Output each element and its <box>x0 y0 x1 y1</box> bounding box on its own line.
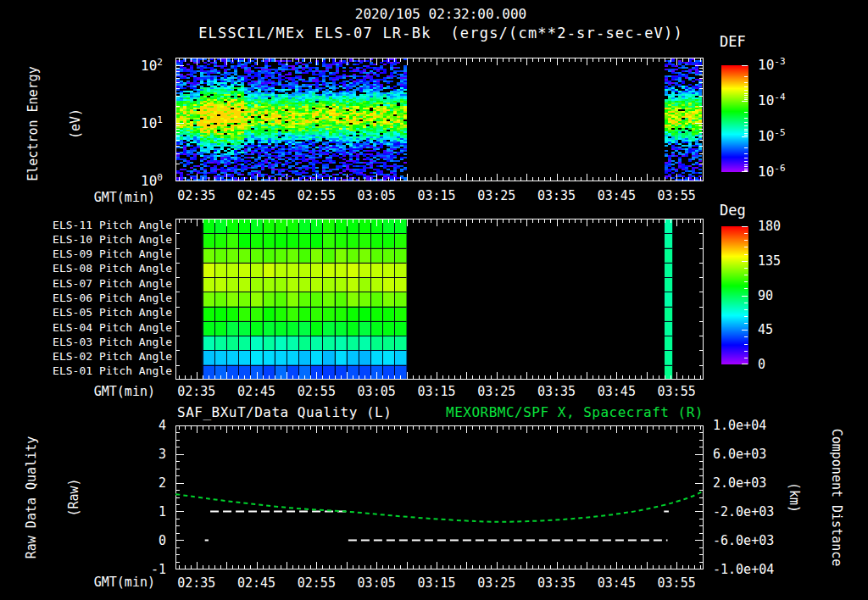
energy-ytick-label-exp: 0 <box>157 172 163 183</box>
pitch-angle-canvas <box>175 219 704 380</box>
def-colorbar-tick-label-base: 10 <box>758 57 774 73</box>
spacecraft-series-title: MEXORBMC/SPF X, Spacecraft (R) <box>446 405 704 420</box>
timestamp-title: 2020/105 02:32:00.000 <box>355 7 526 22</box>
energy-ytick-label: 101 <box>141 115 163 131</box>
quality-axis-label-line2: (Raw) <box>67 436 81 559</box>
distance-axis-label-line2: (km) <box>787 429 802 567</box>
x-tick-label-p1: 02:45 <box>231 189 282 203</box>
x-tick-label-p3: 03:05 <box>351 576 402 591</box>
x-tick-label-p1: 03:25 <box>471 189 522 203</box>
energy-ytick-label-exp: 2 <box>157 57 163 68</box>
def-colorbar-tick-label: 10-5 <box>758 128 786 144</box>
x-tick-label-p2: 03:35 <box>531 385 582 399</box>
energy-ytick-label-exp: 1 <box>157 114 163 125</box>
quality-ytick-label: 1 <box>136 505 166 519</box>
deg-colorbar-tick-label: 90 <box>758 289 792 303</box>
x-tick-label-p1: 03:55 <box>651 189 702 203</box>
distance-ytick-label: 1.0e+04 <box>713 419 789 433</box>
def-colorbar-tick-label: 10-4 <box>758 92 786 108</box>
quality-distance-canvas <box>175 425 704 569</box>
pitch-row-label: ELS-07 Pitch Angle <box>51 278 172 290</box>
deg-colorbar-canvas <box>721 226 748 364</box>
x-tick-label-p2: 03:05 <box>351 385 402 399</box>
distance-ytick-label: -1.0e+04 <box>713 563 789 577</box>
pitch-row-label: ELS-08 Pitch Angle <box>51 263 172 275</box>
quality-ytick-label: 4 <box>136 419 166 433</box>
x-tick-label-p2: 02:45 <box>231 385 282 399</box>
def-colorbar-tick-label-base: 10 <box>758 92 774 108</box>
energy-axis-label-line2: (eV) <box>69 66 83 181</box>
gmt-label-panel2: GMT(min) <box>93 385 155 399</box>
deg-colorbar-tick-label: 135 <box>758 254 792 269</box>
pitch-row-label: ELS-03 Pitch Angle <box>51 336 172 348</box>
def-colorbar-tick-label: 10-3 <box>758 57 786 73</box>
energy-ytick-label-base: 10 <box>141 58 157 74</box>
energy-ytick-label-base: 10 <box>141 115 157 131</box>
quality-ytick-label: 2 <box>136 476 166 491</box>
plot-figure: 2020/105 02:32:00.000 ELSSCIL/MEx ELS-07… <box>0 0 868 600</box>
quality-ytick-label: 3 <box>136 447 166 462</box>
pitch-row-label: ELS-05 Pitch Angle <box>51 307 172 319</box>
distance-ytick-label: -2.0e+03 <box>713 505 789 519</box>
pitch-row-label: ELS-10 Pitch Angle <box>51 234 172 246</box>
x-tick-label-p3: 02:45 <box>231 576 282 591</box>
deg-colorbar-tick-label: 45 <box>758 323 792 337</box>
x-tick-label-p1: 02:35 <box>171 189 222 203</box>
def-colorbar-tick-label-base: 10 <box>758 164 774 180</box>
gmt-label-panel3: GMT(min) <box>93 575 155 590</box>
pitch-row-label: ELS-06 Pitch Angle <box>51 292 172 304</box>
x-tick-label-p3: 03:45 <box>591 576 642 591</box>
def-colorbar-canvas <box>721 65 748 172</box>
main-title: ELSSCIL/MEx ELS-07 LR-Bk (ergs/(cm**2-sr… <box>198 25 683 42</box>
pitch-row-label: ELS-02 Pitch Angle <box>51 351 172 363</box>
pitch-row-label: ELS-11 Pitch Angle <box>51 219 172 231</box>
x-tick-label-p3: 02:55 <box>291 576 342 591</box>
x-tick-label-p2: 03:55 <box>651 385 702 399</box>
x-tick-label-p2: 03:25 <box>471 385 522 399</box>
gmt-label-panel1: GMT(min) <box>93 191 155 205</box>
pitch-row-label: ELS-09 Pitch Angle <box>51 248 172 260</box>
def-colorbar-title: DEF <box>720 34 746 50</box>
x-tick-label-p2: 03:15 <box>411 385 462 399</box>
quality-axis-label: Raw Data Quality (Raw) <box>0 436 108 559</box>
x-tick-label-p1: 03:15 <box>411 189 462 203</box>
quality-ytick-label: -1 <box>136 563 166 577</box>
distance-ytick-label: 2.0e+03 <box>713 476 789 491</box>
pitch-row-label: ELS-01 Pitch Angle <box>51 365 172 377</box>
energy-axis-label: Electron Energy (eV) <box>0 66 110 181</box>
def-colorbar-tick-label-exp: -3 <box>774 56 785 67</box>
energy-ytick-label: 102 <box>141 58 163 74</box>
energy-spectrogram-canvas <box>175 58 704 181</box>
quality-ytick-label: 0 <box>136 534 166 548</box>
distance-axis-label-line1: Component Distance <box>830 429 844 567</box>
x-tick-label-p1: 03:45 <box>591 189 642 203</box>
x-tick-label-p1: 02:55 <box>291 189 342 203</box>
def-colorbar-tick-label-exp: -5 <box>774 127 785 138</box>
quality-axis-label-line1: Raw Data Quality <box>25 436 39 559</box>
distance-ytick-label: 6.0e+03 <box>713 447 789 462</box>
x-tick-label-p1: 03:35 <box>531 189 582 203</box>
deg-colorbar-tick-label: 180 <box>758 219 792 234</box>
x-tick-label-p3: 02:35 <box>171 576 222 591</box>
x-tick-label-p3: 03:25 <box>471 576 522 591</box>
energy-ytick-label: 100 <box>141 173 163 189</box>
x-tick-label-p3: 03:55 <box>651 576 702 591</box>
quality-series-title: SAF_BXuT/Data Quality (L) <box>177 405 392 420</box>
energy-axis-label-line1: Electron Energy <box>26 66 41 181</box>
def-colorbar-tick-label-exp: -6 <box>774 163 785 174</box>
x-tick-label-p2: 02:55 <box>291 385 342 399</box>
x-tick-label-p3: 03:35 <box>531 576 582 591</box>
x-tick-label-p2: 02:35 <box>171 385 222 399</box>
deg-colorbar-tick-label: 0 <box>758 358 792 372</box>
def-colorbar-tick-label: 10-6 <box>758 164 786 180</box>
distance-ytick-label: -6.0e+03 <box>713 534 789 548</box>
pitch-row-label: ELS-04 Pitch Angle <box>51 322 172 334</box>
def-colorbar-tick-label-base: 10 <box>758 128 774 144</box>
x-tick-label-p3: 03:15 <box>411 576 462 591</box>
energy-ytick-label-base: 10 <box>141 173 157 189</box>
deg-colorbar-title: Deg <box>720 203 746 219</box>
def-colorbar-tick-label-exp: -4 <box>774 92 785 103</box>
x-tick-label-p1: 03:05 <box>351 189 402 203</box>
x-tick-label-p2: 03:45 <box>591 385 642 399</box>
